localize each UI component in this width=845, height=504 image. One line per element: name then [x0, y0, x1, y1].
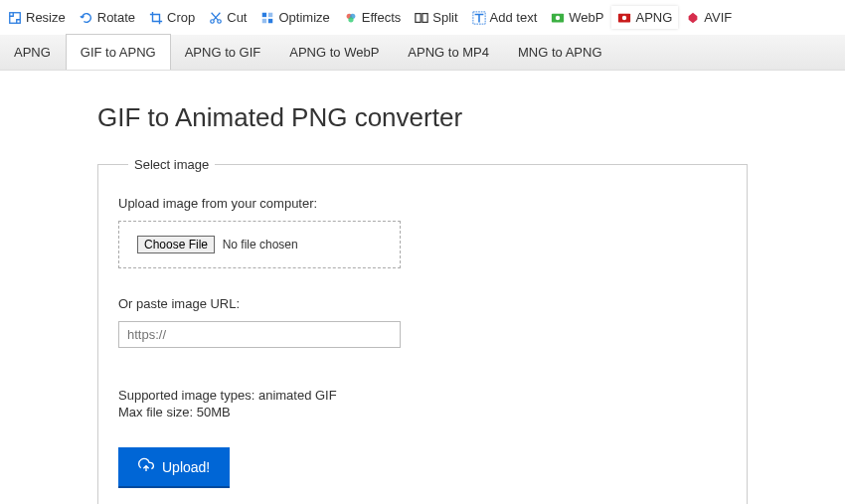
svg-point-1	[211, 19, 215, 23]
svg-rect-6	[268, 18, 272, 22]
svg-point-9	[348, 17, 353, 22]
nav-tab-0[interactable]: APNG	[0, 35, 66, 70]
nav-tab-4[interactable]: APNG to MP4	[394, 35, 504, 70]
upload-button[interactable]: Upload!	[118, 447, 230, 488]
toolbar-crop[interactable]: Crop	[143, 6, 201, 29]
toolbar-resize[interactable]: Resize	[2, 6, 72, 29]
toolbar-label: Effects	[362, 10, 402, 25]
svg-point-2	[218, 19, 222, 23]
text-icon	[472, 11, 486, 25]
toolbar-label: Resize	[26, 10, 66, 25]
toolbar-split[interactable]: Split	[409, 6, 463, 29]
nav-tab-2[interactable]: APNG to GIF	[171, 35, 276, 70]
toolbar-label: Optimize	[278, 10, 329, 25]
toolbar-label: Split	[432, 10, 457, 25]
toolbar-label: Add text	[490, 10, 538, 25]
toolbar-cut[interactable]: Cut	[203, 6, 253, 29]
toolbar-label: WebP	[569, 10, 603, 25]
select-image-fieldset: Select image Upload image from your comp…	[97, 157, 748, 504]
toolbar-text[interactable]: Add text	[466, 6, 544, 29]
split-icon	[415, 11, 428, 25]
upload-button-label: Upload!	[162, 459, 210, 475]
toolbar-webp[interactable]: WebP	[545, 6, 609, 29]
nav-tab-1[interactable]: GIF to APNG	[66, 34, 171, 70]
toolbar-avif[interactable]: AVIF	[680, 6, 738, 29]
toolbar-label: Rotate	[97, 10, 135, 25]
effects-icon	[344, 11, 358, 25]
rotate-icon	[80, 11, 93, 25]
toolbar-label: Crop	[167, 10, 195, 25]
svg-rect-5	[262, 18, 266, 22]
toolbar-label: Cut	[227, 10, 247, 25]
toolbar-label: AVIF	[704, 10, 732, 25]
svg-point-16	[622, 15, 626, 19]
apng-icon	[617, 11, 631, 25]
svg-rect-4	[268, 12, 272, 16]
upload-cloud-icon	[138, 457, 154, 476]
file-upload-box: Choose File No file chosen	[118, 221, 401, 268]
svg-rect-3	[262, 12, 266, 16]
nav-tabs: APNGGIF to APNGAPNG to GIFAPNG to WebPAP…	[0, 35, 845, 71]
choose-file-button[interactable]: Choose File	[137, 236, 215, 253]
svg-rect-0	[10, 12, 21, 23]
url-label: Or paste image URL:	[118, 296, 727, 311]
cut-icon	[209, 11, 223, 25]
optimize-icon	[260, 11, 274, 25]
svg-rect-10	[416, 13, 421, 22]
main-toolbar: ResizeRotateCropCutOptimizeEffectsSplitA…	[0, 0, 845, 35]
toolbar-apng[interactable]: APNG	[611, 6, 678, 29]
page-title: GIF to Animated PNG converter	[97, 102, 748, 133]
webp-icon	[551, 11, 565, 25]
toolbar-optimize[interactable]: Optimize	[254, 6, 335, 29]
resize-icon	[8, 11, 22, 25]
toolbar-effects[interactable]: Effects	[338, 6, 408, 29]
max-size-text: Max file size: 50MB	[118, 405, 727, 420]
crop-icon	[149, 11, 163, 25]
url-input[interactable]	[118, 321, 401, 348]
svg-rect-11	[422, 13, 427, 22]
nav-tab-3[interactable]: APNG to WebP	[275, 35, 394, 70]
toolbar-rotate[interactable]: Rotate	[74, 6, 141, 29]
content-area: GIF to Animated PNG converter Select ima…	[0, 71, 845, 504]
supported-types-text: Supported image types: animated GIF	[118, 388, 727, 403]
upload-label: Upload image from your computer:	[118, 196, 727, 211]
no-file-text: No file chosen	[223, 238, 298, 252]
toolbar-label: APNG	[635, 10, 672, 25]
fieldset-legend: Select image	[128, 157, 215, 172]
nav-tab-5[interactable]: MNG to APNG	[504, 35, 617, 70]
avif-icon	[686, 11, 700, 25]
svg-point-14	[556, 15, 560, 19]
